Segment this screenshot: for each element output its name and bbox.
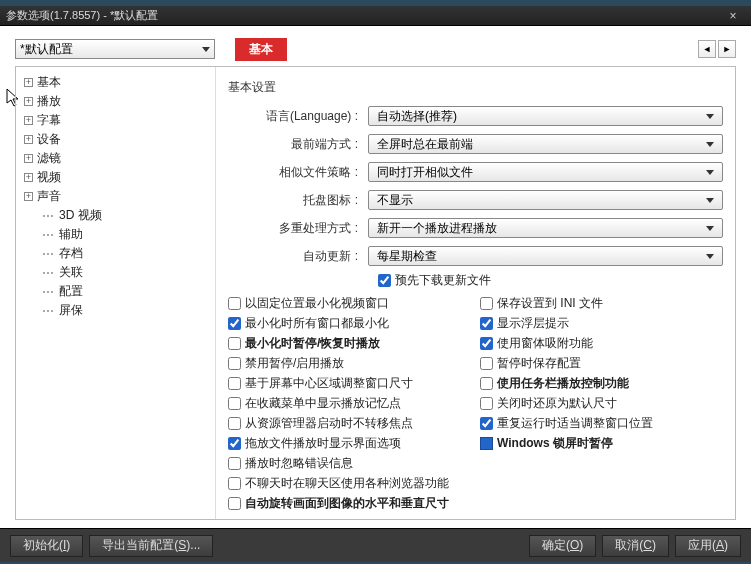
option-checkbox[interactable]: 自动旋转画面到图像的水平和垂直尺寸 xyxy=(228,495,468,512)
tristate-icon xyxy=(480,437,493,450)
option-checkbox[interactable]: 基于屏幕中心区域调整窗口尺寸 xyxy=(228,375,468,392)
profile-combo[interactable]: *默认配置 xyxy=(15,39,215,59)
foremost-select[interactable]: 全屏时总在最前端 xyxy=(368,134,723,154)
expand-icon[interactable]: + xyxy=(24,97,33,106)
category-tree[interactable]: +基本+播放+字幕+设备+滤镜+视频+声音⋯3D 视频⋯辅助⋯存档⋯关联⋯配置⋯… xyxy=(16,67,216,519)
option-checkbox[interactable]: 在收藏菜单中显示播放记忆点 xyxy=(228,395,468,412)
option-label: Windows 锁屏时暂停 xyxy=(497,435,613,452)
option-checkbox[interactable]: 保存设置到 INI 文件 xyxy=(480,295,700,312)
tree-item-label: 声音 xyxy=(37,188,61,205)
chevron-down-icon xyxy=(706,226,714,231)
checkbox-input[interactable] xyxy=(228,497,241,510)
option-label: 不聊天时在聊天区使用各种浏览器功能 xyxy=(245,475,449,492)
expand-icon[interactable]: + xyxy=(24,154,33,163)
option-label: 暂停时保存配置 xyxy=(497,355,581,372)
option-checkbox[interactable]: 从资源管理器启动时不转移焦点 xyxy=(228,415,468,432)
checkbox-input[interactable] xyxy=(228,357,241,370)
option-checkbox[interactable]: 最小化时暂停/恢复时播放 xyxy=(228,335,468,352)
option-checkbox[interactable]: 拖放文件播放时显示界面选项 xyxy=(228,435,468,452)
language-select[interactable]: 自动选择(推荐) xyxy=(368,106,723,126)
option-label: 重复运行时适当调整窗口位置 xyxy=(497,415,653,432)
checkbox-input[interactable] xyxy=(480,417,493,430)
checkbox-input[interactable] xyxy=(480,397,493,410)
option-checkbox[interactable]: 使用任务栏播放控制功能 xyxy=(480,375,700,392)
similar-label: 相似文件策略 : xyxy=(228,164,368,181)
tree-item[interactable]: ⋯存档 xyxy=(20,244,211,263)
leaf-icon: ⋯ xyxy=(42,247,55,261)
option-label: 播放时忽略错误信息 xyxy=(245,455,353,472)
tree-item[interactable]: +声音 xyxy=(20,187,211,206)
option-checkbox[interactable]: 以固定位置最小化视频窗口 xyxy=(228,295,468,312)
tray-select[interactable]: 不显示 xyxy=(368,190,723,210)
titlebar[interactable]: 参数选项(1.7.8557) - *默认配置 × xyxy=(0,6,751,26)
expand-icon[interactable]: + xyxy=(24,135,33,144)
checkbox-input[interactable] xyxy=(480,317,493,330)
ok-button[interactable]: 确定(O) xyxy=(529,535,596,557)
tree-item[interactable]: +基本 xyxy=(20,73,211,92)
option-checkbox[interactable]: 不聊天时在聊天区使用各种浏览器功能 xyxy=(228,475,468,492)
checkbox-input[interactable] xyxy=(228,317,241,330)
cancel-button[interactable]: 取消(C) xyxy=(602,535,669,557)
option-checkbox[interactable]: 重复运行时适当调整窗口位置 xyxy=(480,415,700,432)
tree-item-label: 屏保 xyxy=(59,302,83,319)
option-label: 禁用暂停/启用播放 xyxy=(245,355,344,372)
close-icon[interactable]: × xyxy=(721,8,745,24)
tree-item-label: 存档 xyxy=(59,245,83,262)
tree-item[interactable]: ⋯关联 xyxy=(20,263,211,282)
language-label: 语言(Language) : xyxy=(228,108,368,125)
pager-prev-button[interactable]: ◄ xyxy=(698,40,716,58)
checkbox-input[interactable] xyxy=(228,417,241,430)
pager-next-button[interactable]: ► xyxy=(718,40,736,58)
tree-item-label: 设备 xyxy=(37,131,61,148)
checkbox-input[interactable] xyxy=(228,457,241,470)
multi-select[interactable]: 新开一个播放进程播放 xyxy=(368,218,723,238)
option-label: 关闭时还原为默认尺寸 xyxy=(497,395,617,412)
apply-button[interactable]: 应用(A) xyxy=(675,535,741,557)
checkbox-input[interactable] xyxy=(480,357,493,370)
foremost-label: 最前端方式 : xyxy=(228,136,368,153)
checkbox-input[interactable] xyxy=(228,437,241,450)
tree-item[interactable]: ⋯3D 视频 xyxy=(20,206,211,225)
tree-item[interactable]: ⋯配置 xyxy=(20,282,211,301)
tree-item[interactable]: +设备 xyxy=(20,130,211,149)
option-checkbox[interactable]: 播放时忽略错误信息 xyxy=(228,455,468,472)
tree-item[interactable]: ⋯辅助 xyxy=(20,225,211,244)
option-label: 使用窗体吸附功能 xyxy=(497,335,593,352)
checkbox-input[interactable] xyxy=(228,337,241,350)
checkbox-input[interactable] xyxy=(228,297,241,310)
expand-icon[interactable]: + xyxy=(24,116,33,125)
init-button[interactable]: 初始化(I) xyxy=(10,535,83,557)
tree-item[interactable]: +视频 xyxy=(20,168,211,187)
checkbox-input[interactable] xyxy=(228,477,241,490)
precheck-checkbox[interactable]: 预先下载更新文件 xyxy=(378,272,491,289)
checkbox-input[interactable] xyxy=(480,337,493,350)
tree-item[interactable]: +字幕 xyxy=(20,111,211,130)
checkbox-input[interactable] xyxy=(228,377,241,390)
option-label: 使用任务栏播放控制功能 xyxy=(497,375,629,392)
update-select[interactable]: 每星期检查 xyxy=(368,246,723,266)
tab-basic[interactable]: 基本 xyxy=(235,38,287,61)
option-checkbox[interactable]: Windows 锁屏时暂停 xyxy=(480,435,700,452)
checkbox-input[interactable] xyxy=(480,297,493,310)
expand-icon[interactable]: + xyxy=(24,173,33,182)
option-checkbox[interactable]: 禁用暂停/启用播放 xyxy=(228,355,468,372)
leaf-icon: ⋯ xyxy=(42,228,55,242)
tree-item-label: 基本 xyxy=(37,74,61,91)
checkbox-input[interactable] xyxy=(480,377,493,390)
option-checkbox[interactable]: 暂停时保存配置 xyxy=(480,355,700,372)
expand-icon[interactable]: + xyxy=(24,192,33,201)
export-button[interactable]: 导出当前配置(S)... xyxy=(89,535,213,557)
option-checkbox[interactable]: 最小化时所有窗口都最小化 xyxy=(228,315,468,332)
option-checkbox[interactable]: 显示浮层提示 xyxy=(480,315,700,332)
tree-item[interactable]: ⋯屏保 xyxy=(20,301,211,320)
option-checkbox[interactable]: 关闭时还原为默认尺寸 xyxy=(480,395,700,412)
option-label: 以固定位置最小化视频窗口 xyxy=(245,295,389,312)
similar-select[interactable]: 同时打开相似文件 xyxy=(368,162,723,182)
tree-item-label: 辅助 xyxy=(59,226,83,243)
expand-icon[interactable]: + xyxy=(24,78,33,87)
top-row: *默认配置 基本 ◄ ► xyxy=(15,38,736,60)
tree-item[interactable]: +播放 xyxy=(20,92,211,111)
checkbox-input[interactable] xyxy=(228,397,241,410)
tree-item[interactable]: +滤镜 xyxy=(20,149,211,168)
option-checkbox[interactable]: 使用窗体吸附功能 xyxy=(480,335,700,352)
